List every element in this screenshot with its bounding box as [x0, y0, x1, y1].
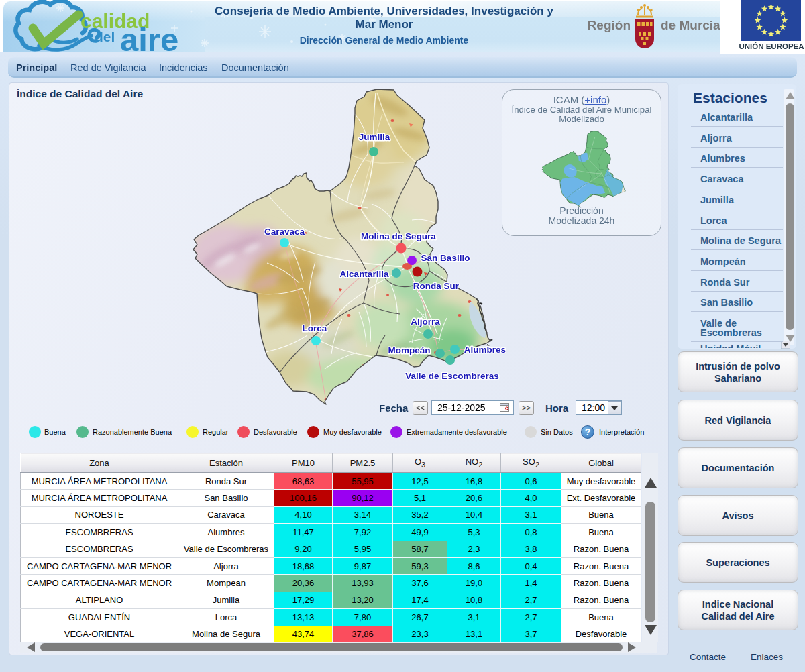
svg-text:Mompeán: Mompeán — [388, 345, 430, 355]
svg-text:Caravaca: Caravaca — [264, 227, 305, 237]
svg-text:aire: aire — [120, 21, 178, 55]
svg-text:Alcantarilla: Alcantarilla — [340, 269, 389, 279]
svg-text:Jumilla: Jumilla — [359, 132, 390, 142]
svg-text:Molina de Segura: Molina de Segura — [361, 231, 436, 241]
svg-text:Alumbres: Alumbres — [464, 345, 506, 355]
svg-text:San Basilio: San Basilio — [421, 253, 470, 263]
svg-text:del: del — [95, 29, 115, 44]
svg-text:Lorca: Lorca — [303, 323, 327, 333]
svg-text:Aljorra: Aljorra — [411, 317, 440, 327]
svg-text:Ronda Sur: Ronda Sur — [413, 281, 460, 291]
svg-text:Valle de Escombreras: Valle de Escombreras — [405, 371, 499, 381]
